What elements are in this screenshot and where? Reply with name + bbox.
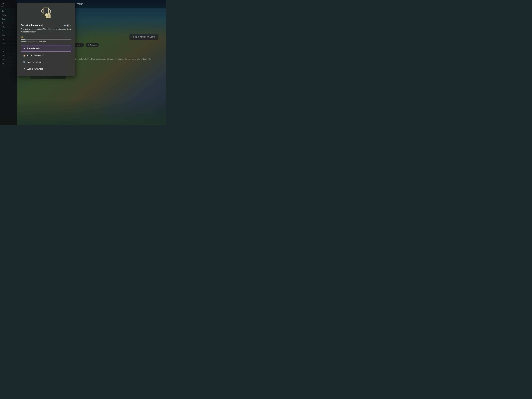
diamond-badge-icon: ◆: [64, 24, 66, 27]
progress-bar-background: [21, 39, 71, 40]
menu-divider-1: [21, 45, 71, 45]
menu-item-reveal[interactable]: 👁 Reveal details: [21, 45, 71, 52]
reveal-icon: 👁: [23, 47, 26, 50]
more-options-icon: --: [70, 24, 71, 26]
achievement-title-row: Secret achievement ◆ G --: [21, 24, 71, 27]
menu-item-reveal-label: Reveal details: [27, 47, 40, 50]
menu-item-search-label: Search for help: [27, 61, 41, 63]
menu-item-favourites[interactable]: ★ Add to favourites: [21, 66, 71, 72]
achievement-header: Secret achievement ◆ G -- This achieveme…: [21, 24, 71, 33]
progress-bar-fill: [21, 39, 25, 40]
g-badge: G: [66, 24, 69, 27]
star-icon: ★: [23, 68, 26, 70]
menu-divider-2: [21, 52, 71, 52]
search-icon: 🔍: [23, 61, 26, 63]
menu-item-favourites-label: Add to favourites: [27, 68, 43, 70]
progress-text: 8.85% of gamers unlocked this: [21, 41, 71, 43]
svg-rect-5: [48, 16, 48, 17]
achievement-popup: Secret achievement ◆ G -- This achieveme…: [17, 3, 75, 76]
club-icon: 🏠: [23, 54, 26, 57]
achievement-description: This achievement is secret. The more you…: [21, 28, 71, 33]
achievement-badges: ◆ G --: [64, 24, 71, 27]
achievement-name: Secret achievement: [21, 24, 63, 27]
trophy-area: [21, 6, 71, 21]
lock-icon: 🔒: [21, 35, 71, 38]
menu-item-official-club[interactable]: 🏠 Go to official club: [21, 52, 71, 59]
progress-section: 🔒 8.85% of gamers unlocked this: [21, 35, 71, 43]
menu-item-club-label: Go to official club: [27, 55, 43, 57]
trophy-lock-icon: [38, 6, 54, 21]
menu-item-search-help[interactable]: 🔍 Search for help: [21, 59, 71, 66]
